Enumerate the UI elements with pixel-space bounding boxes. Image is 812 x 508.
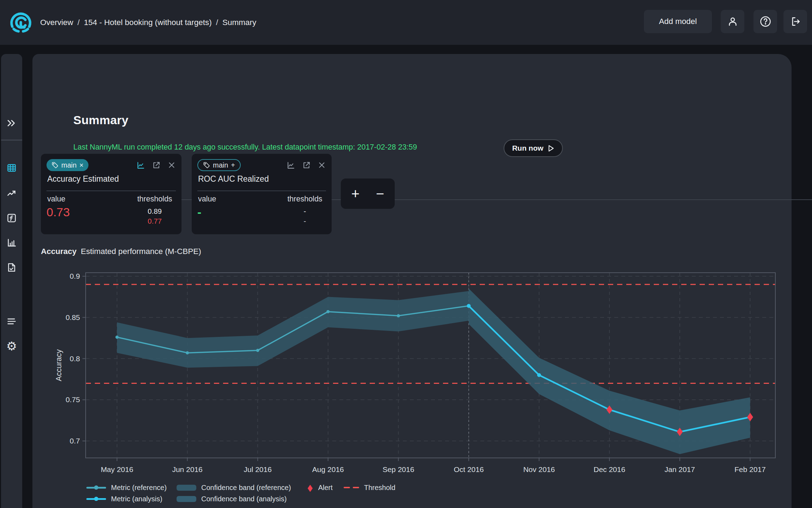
sidebar-divider [1,140,22,140]
svg-text:Jan 2017: Jan 2017 [665,465,695,473]
svg-text:Jun 2016: Jun 2016 [172,465,202,473]
legend-alert[interactable]: ◆ Alert [307,484,344,492]
svg-text:0.75: 0.75 [66,395,80,404]
svg-text:0.8: 0.8 [70,355,80,363]
legend-band-analysis[interactable]: Confidence band (analysis) [177,495,307,503]
band-swatch-icon [177,496,196,502]
svg-text:0.85: 0.85 [66,313,80,321]
performance-chart[interactable]: May 2016Jun 2016Jul 2016Aug 2016Sep 2016… [41,264,786,476]
thresholds-label: thresholds [284,195,326,204]
close-icon [318,161,326,169]
logout-button[interactable] [783,10,807,33]
open-external-button[interactable] [302,161,311,170]
close-card-button[interactable] [167,161,176,169]
sidebar-item-logs[interactable] [1,259,22,276]
line-chart-icon [287,161,295,170]
bar-chart-icon [6,237,17,248]
legend-label: Threshold [364,484,395,492]
gear-icon: ⚙ [6,340,17,352]
play-icon [548,145,554,152]
value-label: value [47,195,65,204]
sidebar-item-menu[interactable] [1,313,22,330]
add-metric-button[interactable]: + [346,181,365,206]
line-chart-icon [136,161,145,170]
open-external-button[interactable] [152,161,161,170]
metric-card-title: ROC AUC Realized [198,174,269,184]
legend-label: Metric (reference) [111,484,167,492]
alert-diamond-icon: ◆ [308,483,313,492]
legend-band-reference[interactable]: Confidence band (reference) [177,484,307,492]
external-link-icon [302,161,311,170]
menu-lines-icon [6,317,17,326]
threshold-lower-value: - [284,217,326,225]
thresholds-label: thresholds [134,195,176,204]
svg-text:0.7: 0.7 [70,437,80,445]
nannyml-logo-icon [9,11,32,34]
tag-pill-main[interactable]: main × [47,159,88,171]
breadcrumb-separator: / [216,18,218,27]
card-divider [197,190,326,191]
function-icon [6,213,17,223]
view-chart-button[interactable] [287,161,295,170]
legend-metric-analysis[interactable]: Metric (analysis) [86,495,177,503]
tag-icon [51,162,59,169]
threshold-upper-value: 0.89 [134,207,176,216]
sidebar-item-summary[interactable] [1,159,22,176]
tag-label: main [61,161,76,169]
chart-title: Accuracy Estimated performance (M-CBPE) [41,247,201,256]
breadcrumb-overview[interactable]: Overview [40,18,73,27]
chart-legend: Metric (reference) Confidence band (refe… [86,482,395,504]
card-count-control: + − [341,179,395,209]
add-model-button[interactable]: Add model [644,10,712,33]
legend-threshold[interactable]: Threshold [344,484,395,492]
svg-text:Sep 2016: Sep 2016 [382,465,414,473]
sidebar-item-settings[interactable]: ⚙ [1,338,22,355]
tag-label: main [213,161,228,169]
legend-label: Alert [318,484,333,492]
metric-card-roc-auc: main + ROC AUC Realized value thr [192,154,332,234]
band-swatch-icon [177,485,196,491]
sidebar-item-concept-drift[interactable] [1,210,22,226]
double-chevron-right-icon [6,119,17,128]
svg-text:Accuracy: Accuracy [54,349,63,381]
left-sidebar: ⚙ [1,54,22,508]
svg-text:Jul 2016: Jul 2016 [244,465,271,473]
run-status-text: Last NannyML run completed 12 days ago s… [73,143,417,152]
tag-remove-icon[interactable]: × [79,161,84,169]
remove-metric-button[interactable]: − [370,181,390,206]
card-divider [47,190,176,191]
breadcrumb: Overview / 154 - Hotel booking (without … [40,0,256,45]
question-circle-icon [759,16,771,28]
tag-icon [203,162,210,169]
svg-text:Oct 2016: Oct 2016 [454,465,484,473]
view-chart-button[interactable] [136,161,145,170]
logout-icon [790,16,801,27]
top-navbar: Overview / 154 - Hotel booking (without … [0,0,812,45]
threshold-upper-value: - [284,207,326,216]
svg-text:Dec 2016: Dec 2016 [593,465,625,473]
threshold-dashes-icon [344,487,359,488]
tag-pill-main-add[interactable]: main + [197,159,241,171]
sidebar-item-distribution[interactable] [1,234,22,251]
tag-add-icon[interactable]: + [231,161,235,169]
chart-title-metric: Accuracy [41,247,76,256]
trend-up-icon [6,188,17,199]
section-divider [73,199,812,200]
close-card-button[interactable] [318,161,326,169]
breadcrumb-current-page: Summary [222,18,256,27]
user-account-button[interactable] [721,10,744,33]
sidebar-expand-button[interactable] [1,115,22,132]
page-title: Summary [73,113,128,127]
help-button[interactable] [753,10,777,33]
metric-value: 0.73 [47,205,70,219]
run-now-button[interactable]: Run now [504,139,563,157]
legend-label: Metric (analysis) [111,495,162,503]
sidebar-item-performance[interactable] [1,185,22,202]
svg-text:May 2016: May 2016 [101,465,133,473]
line-swatch-icon [86,487,106,489]
legend-label: Confidence band (analysis) [201,495,287,503]
external-link-icon [152,161,161,170]
breadcrumb-model[interactable]: 154 - Hotel booking (without targets) [84,18,212,27]
legend-metric-reference[interactable]: Metric (reference) [86,484,177,492]
svg-text:Nov 2016: Nov 2016 [523,465,555,473]
